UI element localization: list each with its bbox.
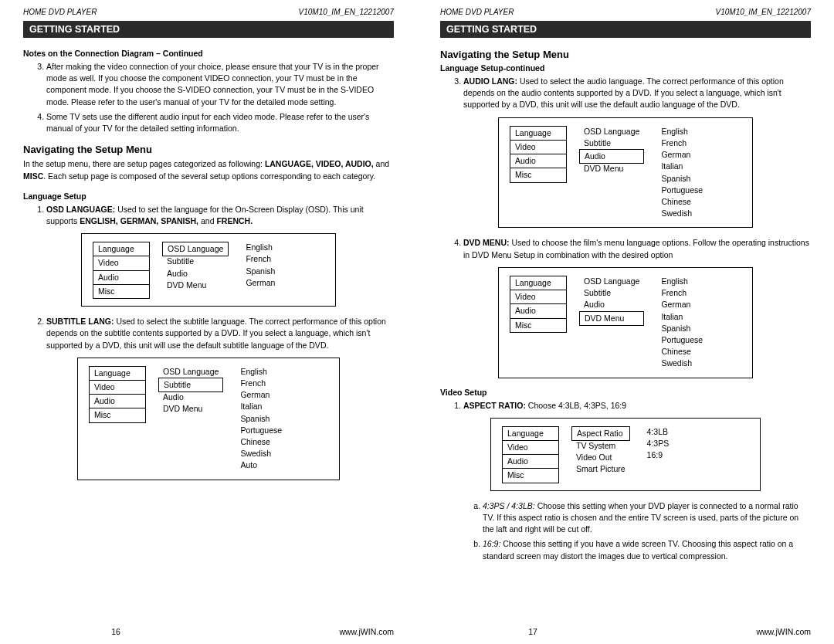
aspect-item: ASPECT RATIO: Choose 4:3LB, 4:3PS, 16:9 xyxy=(463,400,811,412)
header-left: HOME DVD PLAYER xyxy=(440,8,514,16)
header-right: V10M10_IM_EN_12212007 xyxy=(299,8,394,16)
lang-cont-list: AUDIO LANG: Used to select the audio lan… xyxy=(440,76,811,111)
sub-b: 16:9: Choose this setting if you have a … xyxy=(483,538,811,561)
diag-col-1: Language Video Audio Misc xyxy=(93,242,150,298)
diagram-dvdmenu: Language Video Audio Misc OSD Language S… xyxy=(498,267,753,378)
diag-col-3: English French Spanish German xyxy=(241,242,280,298)
header-row: HOME DVD PLAYER V10M10_IM_EN_12212007 xyxy=(440,8,811,16)
sub-heading-notes: Notes on the Connection Diagram – Contin… xyxy=(23,49,394,58)
lang-item-2: SUBTITLE LANG: Used to select the subtit… xyxy=(46,316,394,351)
aspect-sublist: 4:3PS / 4:3LB: Choose this setting when … xyxy=(440,500,811,562)
diagram-subtitle: Language Video Audio Misc OSD Language S… xyxy=(77,358,340,480)
site-url: www.jWIN.com xyxy=(208,627,394,636)
lang-cont-list-2: DVD MENU: Used to choose the film's menu… xyxy=(440,237,811,260)
site-url: www.jWIN.com xyxy=(626,627,811,636)
nav-intro: In the setup menu, there are setup pages… xyxy=(23,158,394,181)
video-setup-list: ASPECT RATIO: Choose 4:3LB, 4:3PS, 16:9 xyxy=(440,400,811,412)
notes-list: After making the video connection of you… xyxy=(23,61,394,134)
footer-right: 17 www.jWIN.com xyxy=(417,627,834,636)
page-number: 16 xyxy=(23,627,208,636)
lang-item-1: OSD LANGUAGE: Used to set the language f… xyxy=(46,204,394,227)
lang-item-4: DVD MENU: Used to choose the film's menu… xyxy=(463,237,811,260)
section-bar: GETTING STARTED xyxy=(23,21,394,38)
lang-setup-heading: Language Setup xyxy=(23,192,394,201)
diagram-aspect: Language Video Audio Misc Aspect Ratio T… xyxy=(490,418,761,491)
footer-left: 16 www.jWIN.com xyxy=(0,627,417,636)
lang-item-3: AUDIO LANG: Used to select the audio lan… xyxy=(463,76,811,111)
page-spread: HOME DVD PLAYER V10M10_IM_EN_12212007 GE… xyxy=(0,0,834,644)
lang-cont-heading: Language Setup-continued xyxy=(440,63,811,73)
video-setup-heading: Video Setup xyxy=(440,388,811,397)
lang-setup-list-2: SUBTITLE LANG: Used to select the subtit… xyxy=(23,316,394,351)
page-number: 17 xyxy=(440,627,626,636)
section-bar: GETTING STARTED xyxy=(440,21,811,38)
sub-a: 4:3PS / 4:3LB: Choose this setting when … xyxy=(483,500,811,536)
header-right: V10M10_IM_EN_12212007 xyxy=(716,8,811,16)
diagram-audio: Language Video Audio Misc OSD Language S… xyxy=(498,117,753,229)
diagram-osd: Language Video Audio Misc OSD Language S… xyxy=(81,233,336,307)
lang-setup-list: OSD LANGUAGE: Used to set the language f… xyxy=(23,204,394,227)
note-4: Some TV sets use the different audio inp… xyxy=(46,111,394,134)
header-left: HOME DVD PLAYER xyxy=(23,8,97,16)
header-row: HOME DVD PLAYER V10M10_IM_EN_12212007 xyxy=(23,8,394,16)
note-3: After making the video connection of you… xyxy=(46,61,394,108)
page-right: HOME DVD PLAYER V10M10_IM_EN_12212007 GE… xyxy=(417,0,834,644)
nav-heading: Navigating the Setup Menu xyxy=(23,144,394,155)
diag-col-2: OSD Language Subtitle Audio DVD Menu xyxy=(162,242,229,298)
page-left: HOME DVD PLAYER V10M10_IM_EN_12212007 GE… xyxy=(0,0,417,644)
nav-heading-r: Navigating the Setup Menu xyxy=(440,49,811,60)
